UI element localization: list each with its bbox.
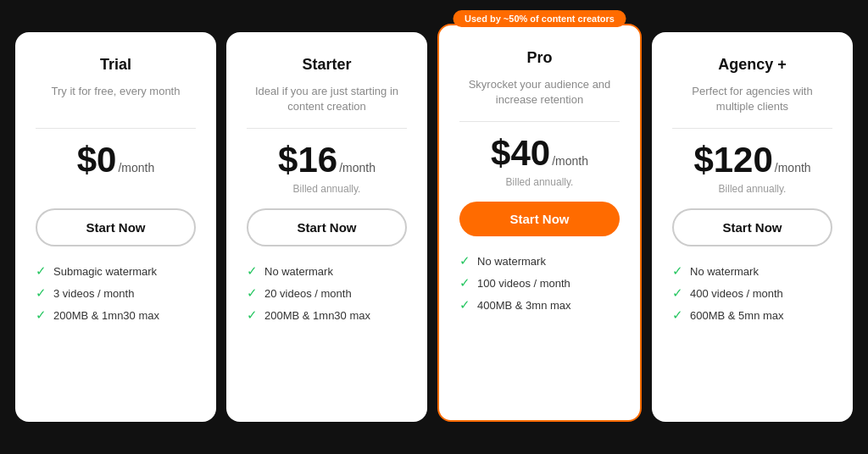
divider bbox=[247, 128, 407, 129]
feature-item: ✓ 200MB & 1mn30 max bbox=[36, 307, 196, 323]
plan-desc: Skyrocket your audience and increase ret… bbox=[459, 77, 620, 108]
start-now-button-starter[interactable]: Start Now bbox=[247, 208, 407, 246]
feature-item: ✓ Submagic watermark bbox=[36, 263, 196, 279]
feature-text: Submagic watermark bbox=[53, 265, 157, 278]
feature-item: ✓ No watermark bbox=[247, 263, 407, 279]
feature-text: 20 videos / month bbox=[264, 287, 352, 300]
feature-text: 3 videos / month bbox=[53, 287, 134, 300]
check-icon: ✓ bbox=[247, 263, 258, 279]
divider bbox=[672, 128, 832, 129]
features-list: ✓ No watermark ✓ 100 videos / month ✓ 40… bbox=[459, 253, 620, 313]
feature-item: ✓ No watermark bbox=[459, 253, 620, 269]
feature-item: ✓ 400MB & 3mn max bbox=[459, 297, 620, 313]
price-amount: $0 bbox=[77, 142, 117, 178]
feature-item: ✓ No watermark bbox=[672, 263, 832, 279]
feature-text: 200MB & 1mn30 max bbox=[264, 309, 370, 322]
plan-card-agency: Agency + Perfect for agencies with multi… bbox=[652, 32, 853, 422]
check-icon: ✓ bbox=[36, 307, 47, 323]
feature-item: ✓ 3 videos / month bbox=[36, 285, 196, 301]
plan-desc: Perfect for agencies with multiple clien… bbox=[672, 84, 832, 114]
price-period: /month bbox=[775, 161, 811, 174]
check-icon: ✓ bbox=[247, 285, 258, 301]
check-icon: ✓ bbox=[672, 263, 683, 279]
billed-note: Billed annually. bbox=[672, 183, 832, 195]
plan-name: Trial bbox=[36, 56, 196, 74]
price-period: /month bbox=[339, 161, 376, 174]
feature-text: No watermark bbox=[477, 255, 546, 268]
check-icon: ✓ bbox=[36, 285, 47, 301]
price-row: $0 /month bbox=[36, 142, 196, 178]
check-icon: ✓ bbox=[247, 307, 258, 323]
check-icon: ✓ bbox=[459, 275, 470, 291]
feature-item: ✓ 600MB & 5mn max bbox=[672, 307, 832, 323]
price-row: $16 /month bbox=[247, 142, 407, 178]
feature-item: ✓ 20 videos / month bbox=[247, 285, 407, 301]
feature-item: ✓ 100 videos / month bbox=[459, 275, 620, 291]
start-now-button-trial[interactable]: Start Now bbox=[36, 208, 196, 246]
check-icon: ✓ bbox=[459, 253, 470, 269]
feature-item: ✓ 200MB & 1mn30 max bbox=[247, 307, 407, 323]
plan-name: Starter bbox=[247, 56, 407, 74]
divider bbox=[36, 128, 196, 129]
start-now-button-pro[interactable]: Start Now bbox=[459, 202, 620, 236]
plan-badge: Used by ~50% of content creators bbox=[453, 10, 626, 27]
feature-text: 400 videos / month bbox=[690, 287, 783, 300]
features-list: ✓ Submagic watermark ✓ 3 videos / month … bbox=[36, 263, 196, 323]
check-icon: ✓ bbox=[36, 263, 47, 279]
price-amount: $16 bbox=[278, 142, 337, 178]
check-icon: ✓ bbox=[672, 307, 683, 323]
billed-note: Billed annually. bbox=[459, 176, 620, 188]
feature-text: No watermark bbox=[264, 265, 333, 278]
features-list: ✓ No watermark ✓ 400 videos / month ✓ 60… bbox=[672, 263, 832, 323]
plan-card-trial: Trial Try it for free, every month $0 /m… bbox=[15, 32, 216, 422]
plan-name: Agency + bbox=[672, 56, 832, 74]
plan-name: Pro bbox=[459, 49, 620, 67]
plan-desc: Try it for free, every month bbox=[36, 84, 196, 114]
feature-text: 400MB & 3mn max bbox=[477, 299, 571, 312]
feature-text: 200MB & 1mn30 max bbox=[53, 309, 159, 322]
start-now-button-agency[interactable]: Start Now bbox=[672, 208, 832, 246]
plan-desc: Ideal if you are just starting in conten… bbox=[247, 84, 407, 114]
feature-item: ✓ 400 videos / month bbox=[672, 285, 832, 301]
plan-card-pro: Used by ~50% of content creators Pro Sky… bbox=[437, 24, 642, 422]
check-icon: ✓ bbox=[672, 285, 683, 301]
divider bbox=[459, 121, 620, 122]
price-period: /month bbox=[118, 161, 154, 174]
check-icon: ✓ bbox=[459, 297, 470, 313]
feature-text: No watermark bbox=[690, 265, 759, 278]
price-row: $40 /month bbox=[459, 136, 620, 171]
features-list: ✓ No watermark ✓ 20 videos / month ✓ 200… bbox=[247, 263, 407, 323]
price-amount: $40 bbox=[491, 136, 550, 171]
pricing-container: Trial Try it for free, every month $0 /m… bbox=[10, 32, 858, 422]
price-period: /month bbox=[552, 154, 588, 168]
plan-card-starter: Starter Ideal if you are just starting i… bbox=[226, 32, 427, 422]
price-row: $120 /month bbox=[672, 142, 832, 178]
feature-text: 100 videos / month bbox=[477, 277, 570, 290]
price-amount: $120 bbox=[693, 142, 772, 178]
billed-note: Billed annually. bbox=[247, 183, 407, 195]
feature-text: 600MB & 5mn max bbox=[690, 309, 784, 322]
